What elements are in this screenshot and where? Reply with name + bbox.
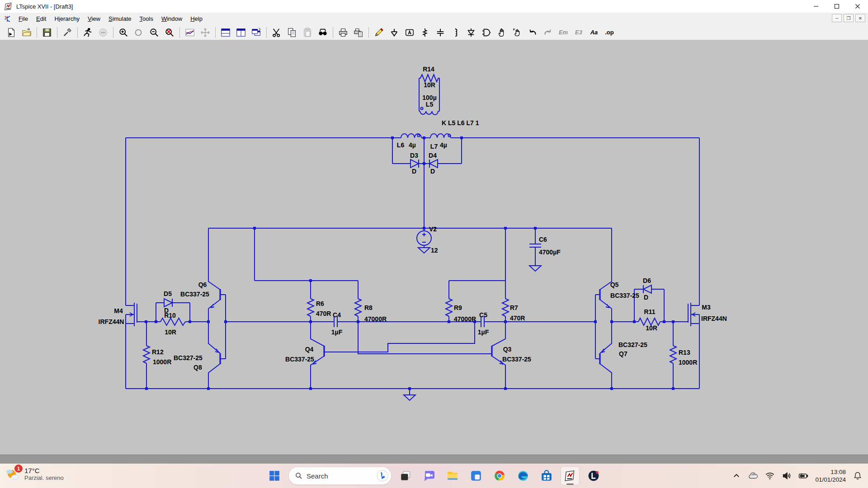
zoom-back-button[interactable] [132,26,146,39]
component-label: 4700µF [539,249,561,256]
schematic-doc-icon [4,15,11,23]
mdi-close-button[interactable]: ✕ [855,14,865,22]
copy-button[interactable] [285,26,299,39]
menu-hierarchy[interactable]: Hierarchy [50,14,84,24]
control-panel-button[interactable] [61,26,74,39]
redo-button[interactable] [541,26,555,39]
diode-button[interactable] [464,26,478,39]
zoom-out-button[interactable] [147,26,161,39]
taskbar-app-photos[interactable] [467,466,486,485]
component-label: R8 [364,304,373,311]
wire-button[interactable] [372,26,386,39]
schematic-labels: R1410R100µL5K L5 L6 L7 1L64µL74µD3D4DDV2… [99,66,727,371]
component-label: R7 [510,304,518,311]
taskbar-app-file-explorer[interactable] [443,466,462,485]
print-button[interactable] [336,26,350,39]
control-panel-icon [62,28,72,38]
paste-button[interactable] [301,26,314,39]
minimize-button[interactable] [806,0,826,13]
notification-bell-button[interactable] [853,471,863,481]
taskbar-app-chat[interactable] [420,466,439,485]
wifi-icon [765,471,775,481]
tray-date: 01/01/2024 [815,476,846,483]
zoom-full-extents-button[interactable] [163,26,176,39]
component-label: D [412,168,416,175]
menu-edit[interactable]: Edit [32,14,50,24]
zoom-in-button[interactable] [117,26,130,39]
new-schematic-button[interactable] [5,26,18,39]
tray-chevron-up-button[interactable] [731,471,741,481]
bjt-base-bars [220,289,600,364]
edit-simulation-cmd-button[interactable]: Em [557,26,570,39]
taskbar-app-store[interactable] [537,466,556,485]
tray-wifi-button[interactable] [765,471,775,481]
menu-simulate[interactable]: Simulate [104,14,136,24]
search-input[interactable]: Search [288,467,392,485]
transistor-Q8 [208,309,226,389]
clock[interactable]: 13:08 01/01/2024 [815,468,846,483]
ground-main [404,389,415,400]
menu-file[interactable]: File [14,14,32,24]
open-button[interactable] [20,26,33,39]
label-net-icon [405,28,415,38]
minimize-icon [813,4,819,9]
tray-battery-button[interactable] [798,471,808,481]
tile-vertical-button[interactable] [234,26,248,39]
schematic-canvas[interactable]: R1410R100µL5K L5 L6 L7 1L64µL74µD3D4DDV2… [0,0,868,488]
print-preview-button[interactable] [352,26,365,39]
bing-icon [377,470,388,482]
menu-help[interactable]: Help [186,14,207,24]
menu-window[interactable]: Window [157,14,186,24]
new-schematic-icon [6,28,16,38]
taskbar-app-l-app[interactable] [584,466,603,485]
ltspice-logo-icon [5,2,13,10]
component-label: Q3 [503,346,512,353]
capacitor-button[interactable] [434,26,447,39]
pan-icon [200,28,210,38]
pan-button[interactable] [198,26,212,39]
tile-horizontal-button[interactable] [219,26,232,39]
find-button[interactable] [316,26,330,39]
mdi-restore-button[interactable]: ❐ [844,14,854,22]
text-button[interactable]: Aa [587,26,601,39]
inductor-L5 [419,111,439,115]
ground-button[interactable] [387,26,401,39]
menu-tools[interactable]: Tools [136,14,157,24]
component-button[interactable] [480,26,493,39]
tray-onedrive-button[interactable] [748,471,758,481]
taskbar-app-task-view[interactable] [396,466,415,485]
spice-directive-icon: .op [605,29,614,36]
edit-netlist-button[interactable]: E3 [572,26,585,39]
label-net-button[interactable] [403,26,416,39]
component-label: R14 [423,66,434,73]
taskbar-app-edge[interactable] [514,466,533,485]
tray-time: 13:08 [815,468,846,476]
taskbar-app-ltspice[interactable] [561,466,580,485]
resistor-button[interactable] [418,26,432,39]
drag-button[interactable] [510,26,524,39]
mdi-minimize-button[interactable]: ─ [832,14,842,22]
inductor-button[interactable] [449,26,462,39]
close-button[interactable] [847,0,868,13]
start-button[interactable] [265,466,284,485]
maximize-button[interactable] [826,0,847,13]
tray-volume-button[interactable] [782,471,792,481]
taskbar-app-chrome[interactable] [490,466,509,485]
undo-button[interactable] [526,26,539,39]
menu-view[interactable]: View [84,14,104,24]
component-label: L6 [397,141,405,149]
run-button[interactable] [81,26,94,39]
system-tray: 13:08 01/01/2024 [731,464,868,488]
spice-directive-button[interactable]: .op [603,26,616,39]
component-label: 1µF [331,328,343,336]
component-label: 470R [510,314,525,322]
cascade-button[interactable] [250,26,263,39]
autorange-y-button[interactable] [183,26,197,39]
resistor-R9 [446,281,452,322]
cut-button[interactable] [270,26,283,39]
component-label: BC337-25 [610,292,639,299]
halt-button[interactable] [96,26,110,39]
save-button[interactable] [40,26,54,39]
toolbar-separator [113,27,113,38]
move-button[interactable] [495,26,509,39]
